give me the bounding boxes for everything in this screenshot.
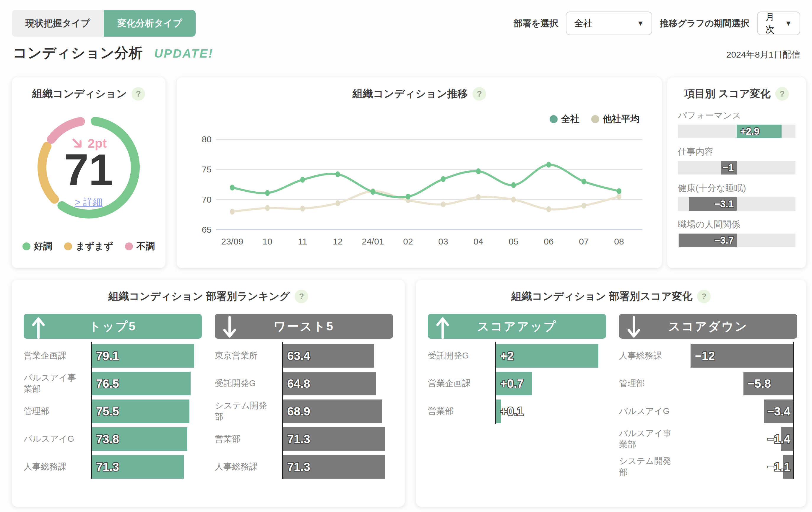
bar: 75.5: [92, 399, 190, 423]
help-icon[interactable]: ?: [472, 87, 486, 101]
bar: +0.1: [496, 399, 501, 423]
metric-score-rows: パフォーマンス +2.9 仕事内容 −1 健康(十分な睡眠) −3.1 職場の人…: [667, 101, 806, 247]
period-select-value: 月次: [765, 11, 778, 36]
metric-bar-track: +2.9: [678, 125, 795, 138]
rank-row: 営業部 +0.1: [428, 399, 606, 423]
score-up-column: スコアアップ 受託開発G +2 営業企画課 +0.7 営業部 +0.1: [428, 314, 606, 479]
bar: 64.8: [283, 372, 376, 395]
bar-plot: 64.8: [283, 372, 389, 395]
bar-value: +2: [500, 349, 514, 363]
bar: +0.7: [496, 372, 532, 395]
title-row: コンディション分析 UPDATE! 2024年8月1日配信: [13, 44, 800, 62]
metric-value: −3.7: [715, 235, 734, 246]
score-value: 71: [32, 144, 145, 195]
row-label: 営業企画課: [428, 378, 492, 389]
row-label: パルスアイG: [24, 433, 87, 445]
legend-dot: [23, 242, 30, 250]
row-label: 東京営業所: [215, 350, 279, 361]
metric-row: パフォーマンス +2.9: [678, 110, 795, 138]
row-label: 人事総務課: [619, 350, 683, 361]
svg-text:12: 12: [333, 237, 343, 246]
period-select[interactable]: 月次 ▼: [757, 11, 800, 35]
metric-label: 職場の人間関係: [678, 218, 795, 231]
bar-plot: −12: [687, 344, 794, 368]
condition-trend-card: 組織コンディション推移 ? 全社 他社平均 8075706523/0910111…: [177, 78, 662, 268]
svg-text:08: 08: [614, 237, 624, 246]
org-condition-gauge: 2pt 71 > 詳細: [32, 111, 145, 225]
metric-label: 健康(十分な睡眠): [678, 182, 795, 194]
worst5-bar-list: 東京営業所 63.4 受託開発G 64.8 システム開発部 68.9 営業部 7…: [215, 344, 393, 479]
up-arrow-icon: [435, 316, 450, 339]
bar: 71.3: [92, 455, 184, 479]
rank-row: パルスアイ事業部 76.5: [24, 372, 202, 395]
rank-row: 人事総務課 71.3: [215, 455, 393, 479]
bar-plot: 79.1: [92, 344, 198, 368]
row-label: パルスアイ事業部: [619, 428, 683, 450]
score-down-header: スコアダウン: [619, 314, 797, 339]
svg-text:10: 10: [262, 237, 272, 246]
score-down-bar-list: 人事総務課 −12 管理部 −5.8 パルスアイG −3.4 パルスアイ事業部 …: [619, 344, 797, 479]
bar-value: −3.4: [767, 405, 790, 418]
bar-plot: 71.3: [283, 427, 389, 451]
score-down-header-label: スコアダウン: [668, 318, 748, 335]
bar-value: −5.8: [748, 377, 771, 390]
worst5-header-label: ワースト5: [273, 318, 334, 335]
worst5-header: ワースト5: [215, 314, 393, 339]
metric-row: 健康(十分な睡眠) −3.1: [678, 182, 795, 211]
dept-select[interactable]: 全社 ▼: [566, 11, 652, 35]
row-label: システム開発部: [215, 400, 279, 422]
metric-bar-track: −3.7: [678, 234, 795, 247]
rank-row: パルスアイG 73.8: [24, 427, 202, 451]
svg-text:05: 05: [509, 237, 518, 246]
rank-row: システム開発部 −1.1: [619, 455, 797, 479]
metric-bar: −3.1: [689, 197, 737, 211]
metric-bar: +2.9: [737, 125, 782, 138]
bar-value: 79.1: [96, 349, 119, 363]
metric-bar: −1: [721, 161, 737, 175]
legend-item: 好調: [23, 240, 52, 252]
help-icon[interactable]: ?: [697, 290, 710, 303]
bar-plot: −3.4: [687, 399, 794, 423]
bar-plot: 68.9: [283, 399, 389, 423]
detail-link[interactable]: > 詳細: [32, 196, 145, 209]
bar: −3.4: [764, 399, 793, 423]
bar-value: 71.3: [96, 460, 119, 474]
row-label: システム開発部: [619, 456, 683, 478]
top5-header-label: トップ5: [89, 318, 137, 335]
help-icon[interactable]: ?: [775, 87, 789, 101]
metric-row: 仕事内容 −1: [678, 146, 795, 175]
card-title: 組織コンディション 部署別スコア変化: [512, 289, 693, 303]
tab-current-status[interactable]: 現状把握タイプ: [12, 10, 104, 37]
bar-value: 63.4: [287, 349, 310, 363]
help-icon[interactable]: ?: [132, 87, 145, 101]
period-select-label: 推移グラフの期間選択: [660, 18, 749, 30]
condition-trend-line-chart: 8075706523/0910111224/0102030405060708: [185, 122, 652, 251]
bar: −12: [691, 344, 793, 368]
row-label: パルスアイ事業部: [24, 372, 87, 394]
bar-value: 73.8: [96, 432, 119, 446]
bar: −5.8: [744, 372, 793, 395]
legend-dot: [125, 242, 133, 250]
bar-value: 64.8: [287, 377, 310, 390]
tab-change-analysis[interactable]: 変化分析タイプ: [104, 10, 196, 37]
row-label: 管理部: [24, 406, 87, 417]
metric-bar: −3.7: [679, 234, 737, 247]
dept-select-value: 全社: [574, 17, 592, 30]
legend-label: 不調: [137, 240, 155, 252]
bar-plot: +2: [496, 344, 603, 368]
help-icon[interactable]: ?: [295, 290, 308, 303]
row-label: 管理部: [619, 378, 683, 389]
down-arrow-icon: [626, 316, 641, 339]
gauge-legend: 好調 まずまず 不調: [12, 240, 166, 252]
metric-value: −1: [722, 162, 734, 173]
rank-row: 営業企画課 +0.7: [428, 372, 606, 395]
header-controls: 部署を選択 全社 ▼ 推移グラフの期間選択 月次 ▼: [514, 11, 800, 35]
row-label: 営業部: [215, 433, 279, 445]
legend-label: まずまず: [76, 240, 113, 252]
bar-plot: 71.3: [92, 455, 198, 479]
update-badge: UPDATE!: [154, 47, 213, 61]
rank-row: 営業企画課 79.1: [24, 344, 202, 368]
bar-value: 75.5: [96, 405, 119, 418]
legend-dot: [64, 242, 72, 250]
page-title: コンディション分析: [13, 44, 143, 62]
